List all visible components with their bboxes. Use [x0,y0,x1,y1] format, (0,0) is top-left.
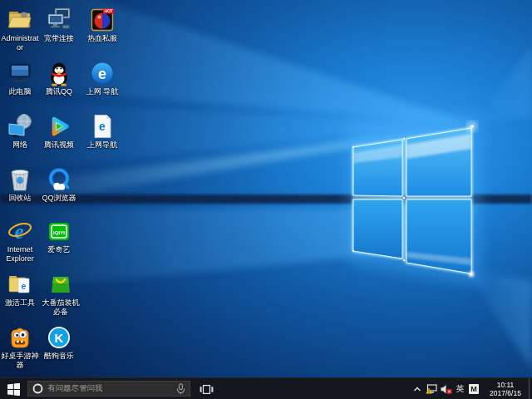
taskbar-search-box[interactable]: 有问题尽管问我 [27,381,190,397]
svg-text:iQIYI: iQIYI [53,229,65,234]
windows-logo-icon [7,383,20,396]
tray-volume-status[interactable] [439,378,453,399]
desktop-icon-broadband-connection[interactable]: 宽带连接 [40,6,78,43]
svg-text:K: K [55,330,64,344]
desktop-icon-label: 腾讯视频 [44,140,74,150]
microphone-icon[interactable] [176,383,185,395]
internet-explorer-icon: e [7,217,34,244]
desktop-icon-label: Internet Explorer [1,245,39,263]
taskbar-clock[interactable]: 10:11 2017/6/15 [485,381,526,397]
chevron-up-icon [413,386,421,392]
desktop-icon-label: QQ浏览器 [42,194,76,203]
svg-text:e: e [99,119,106,132]
tray-overflow-button[interactable] [411,378,424,399]
cortana-icon [32,383,43,394]
clock-date: 2017/6/15 [485,389,526,397]
desktop-icon-label: 激活工具 [5,298,35,308]
game-sphere-icon: HOT [89,6,116,33]
clock-time: 10:11 [485,381,526,389]
search-placeholder: 有问题尽管问我 [47,383,172,394]
orange-monster-icon [7,323,34,351]
desktop-icon-label: 爱奇艺 [48,245,71,254]
ime-language-indicator[interactable]: 英 [453,378,467,399]
recycle-bin-icon [7,165,34,193]
network-warning-icon [426,384,438,395]
iqiyi-icon: iQIYI [46,217,73,244]
desktop-icon-internet-explorer[interactable]: e Internet Explorer [1,217,39,263]
svg-text:e: e [98,65,106,81]
desktop-icon-hot-game[interactable]: HOT 热血私服 [81,6,124,43]
desktop-icon-label: 热血私服 [87,34,117,43]
desktop-icon-label: 上网 导航 [86,87,119,96]
desktop-icon-label: 上网导航 [87,140,117,150]
svg-text:HOT: HOT [104,9,112,13]
desktop-icon-this-pc[interactable]: 此电脑 [1,59,39,96]
dual-monitor-icon [46,6,73,33]
desktop-icon-network[interactable]: 网络 [1,112,39,150]
windows-10-desktop-screen: Administrator 此电脑 [0,0,532,399]
system-tray: 英 M 10:11 2017/6/15 [411,378,532,399]
desktop-icon-label: 回收站 [9,194,32,203]
desktop-icon-iqiyi[interactable]: iQIYI 爱奇艺 [40,217,78,254]
qq-penguin-icon [46,59,73,86]
desktop-icon-label: 宽带连接 [44,34,74,43]
desktop-icon-label: 大番茄装机必备 [40,298,81,316]
ime-mode-indicator[interactable]: M [469,384,479,394]
wallpaper-windows-hero [0,0,532,377]
desktop-icon-kugou-music[interactable]: K 酷狗音乐 [40,323,78,361]
taskbar: 有问题尽管问我 [0,377,532,399]
svg-text:e: e [22,281,27,290]
desktop-icon-haozhuo-games[interactable]: 好桌手游神器 [1,323,39,369]
volume-muted-icon [441,384,452,395]
qq-browser-icon [46,165,73,193]
desktop-icon-label: Administrator [1,34,39,52]
task-view-icon [200,384,214,395]
desktop-icon-label: 此电脑 [9,87,32,96]
tray-network-status[interactable] [424,378,439,399]
desktop-icon-label: 好桌手游神器 [1,352,39,369]
blue-e-circle-icon: e [89,59,116,86]
desktop-icon-tencent-qq[interactable]: 腾讯QQ [40,59,78,96]
desktop-icon-nav-edge-doc[interactable]: e 上网导航 [81,112,124,150]
kugou-icon: K [46,323,73,351]
start-button[interactable] [0,378,27,399]
desktop-icon-activation-tools[interactable]: e 激活工具 [1,270,39,308]
desktop-icon-qq-browser[interactable]: QQ浏览器 [40,165,78,203]
play-triangle-icon [46,112,73,140]
show-desktop-button[interactable] [529,378,532,399]
desktop-icon-administrator[interactable]: Administrator [1,6,39,52]
edge-document-icon: e [89,112,116,140]
task-view-button[interactable] [194,378,219,399]
desktop-icon-tencent-video[interactable]: 腾讯视频 [40,112,78,150]
user-folder-icon [7,6,34,33]
desktop-icon-label: 腾讯QQ [46,87,72,96]
desktop-icon-nav-browser[interactable]: e 上网 导航 [81,59,124,96]
desktop-icon-label: 酷狗音乐 [44,352,74,361]
desktop-icon-recycle-bin[interactable]: 回收站 [1,165,39,203]
activation-folder-icon: e [7,270,34,298]
desktop-icon-datomato[interactable]: 大番茄装机必备 [40,270,81,316]
desktop-icon-label: 网络 [12,140,27,150]
green-shopping-bag-icon [47,270,75,298]
desktop[interactable]: Administrator 此电脑 [0,0,532,377]
network-globe-icon [7,112,34,140]
computer-icon [7,59,34,86]
